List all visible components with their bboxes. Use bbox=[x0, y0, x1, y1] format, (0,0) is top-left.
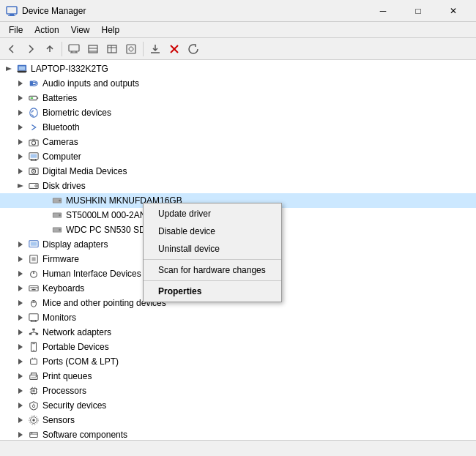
svg-point-36 bbox=[33, 171, 34, 172]
tree-item-batteries[interactable]: Batteries bbox=[0, 91, 476, 105]
svg-rect-67 bbox=[31, 289, 35, 290]
tree-item-network[interactable]: Network adapters bbox=[0, 325, 476, 340]
menu-view[interactable]: View bbox=[65, 23, 96, 37]
tree-item-bluetooth[interactable]: Bluetooth bbox=[0, 120, 476, 135]
toolbar-uninstall[interactable] bbox=[166, 40, 183, 58]
expand-keyboards[interactable] bbox=[15, 283, 26, 294]
svg-rect-65 bbox=[34, 287, 36, 288]
svg-marker-37 bbox=[18, 184, 23, 188]
expand-laptop[interactable] bbox=[3, 63, 15, 75]
security-icon bbox=[28, 400, 40, 411]
firmware-icon bbox=[28, 253, 40, 265]
expand-hid[interactable] bbox=[15, 268, 26, 280]
svg-point-40 bbox=[36, 185, 37, 186]
expand-cameras[interactable] bbox=[15, 136, 26, 148]
expand-firmware[interactable] bbox=[15, 253, 26, 265]
toolbar bbox=[0, 38, 476, 60]
tree-item-biometric[interactable]: Biometric devices bbox=[0, 105, 476, 120]
svg-rect-10 bbox=[127, 45, 135, 53]
context-menu-update-driver[interactable]: Update driver bbox=[144, 205, 281, 223]
tree-item-ports[interactable]: Ports (COM & LPT) bbox=[0, 354, 476, 369]
toolbar-scan[interactable] bbox=[185, 40, 202, 58]
tree-item-print[interactable]: Print queues bbox=[0, 369, 476, 384]
expand-display[interactable] bbox=[15, 239, 26, 250]
svg-point-29 bbox=[31, 141, 35, 145]
svg-rect-91 bbox=[31, 377, 37, 378]
device-tree[interactable]: LAPTOP-I332K2TG Audio inputs and outputs… bbox=[0, 60, 476, 440]
toolbar-show-resources[interactable] bbox=[103, 40, 121, 58]
svg-rect-64 bbox=[32, 287, 34, 288]
software-components-icon bbox=[28, 429, 40, 440]
computer-icon bbox=[28, 151, 40, 162]
context-menu-uninstall[interactable]: Uninstall device bbox=[144, 240, 281, 258]
hid-icon bbox=[28, 268, 40, 280]
menu-action[interactable]: Action bbox=[29, 23, 64, 37]
expand-print[interactable] bbox=[15, 370, 26, 382]
toolbar-show-hidden[interactable] bbox=[122, 40, 140, 58]
close-button[interactable]: ✕ bbox=[436, 0, 470, 22]
tree-item-software-components[interactable]: Software components bbox=[0, 427, 476, 440]
context-menu-disable[interactable]: Disable device bbox=[144, 223, 281, 240]
tree-label-sensors: Sensors bbox=[42, 415, 75, 425]
svg-marker-68 bbox=[18, 300, 23, 306]
toolbar-separator-1 bbox=[62, 42, 62, 56]
app-icon bbox=[6, 5, 18, 17]
tree-item-portable[interactable]: Portable Devices bbox=[0, 340, 476, 354]
tree-item-laptop[interactable]: LAPTOP-I332K2TG bbox=[0, 61, 476, 76]
expand-security[interactable] bbox=[15, 400, 26, 411]
toolbar-forward[interactable] bbox=[22, 40, 40, 58]
tree-item-computer[interactable]: Computer bbox=[0, 149, 476, 164]
expand-sensors[interactable] bbox=[15, 414, 26, 426]
svg-rect-114 bbox=[31, 433, 33, 433]
minimize-button[interactable]: ─ bbox=[366, 0, 400, 22]
context-menu-properties[interactable]: Properties bbox=[144, 283, 281, 300]
toolbar-update-driver[interactable] bbox=[146, 40, 164, 58]
expand-audio[interactable] bbox=[15, 78, 26, 89]
expand-disk-drives[interactable] bbox=[15, 180, 26, 192]
expand-software-components[interactable] bbox=[15, 429, 26, 440]
expand-computer[interactable] bbox=[15, 151, 26, 162]
expand-monitors[interactable] bbox=[15, 312, 26, 324]
tree-item-processors[interactable]: Processors bbox=[0, 384, 476, 398]
display-icon bbox=[28, 239, 40, 250]
menu-file[interactable]: File bbox=[3, 23, 29, 37]
expand-portable[interactable] bbox=[15, 341, 26, 353]
context-menu-separator-2 bbox=[144, 280, 281, 281]
tree-item-sensors[interactable]: Sensors bbox=[0, 413, 476, 427]
toolbar-back[interactable] bbox=[3, 40, 21, 58]
tree-item-disk-drives[interactable]: Disk drives bbox=[0, 179, 476, 193]
expand-bluetooth[interactable] bbox=[15, 122, 26, 133]
svg-rect-75 bbox=[32, 329, 35, 331]
svg-point-47 bbox=[59, 214, 61, 217]
expand-digital-media[interactable] bbox=[15, 165, 26, 177]
tree-label-keyboards: Keyboards bbox=[42, 283, 84, 294]
tree-label-portable: Portable Devices bbox=[42, 342, 109, 352]
maximize-button[interactable]: □ bbox=[401, 0, 435, 22]
disk-drives-icon bbox=[28, 180, 40, 192]
biometric-icon bbox=[28, 107, 40, 119]
expand-network[interactable] bbox=[15, 326, 26, 338]
expand-mice[interactable] bbox=[15, 297, 26, 309]
tree-item-cameras[interactable]: Cameras bbox=[0, 135, 476, 149]
network-icon bbox=[28, 326, 40, 338]
toolbar-up[interactable] bbox=[41, 40, 59, 58]
menu-help[interactable]: Help bbox=[96, 23, 126, 37]
context-menu-scan[interactable]: Scan for hardware changes bbox=[144, 261, 281, 279]
menu-bar: File Action View Help bbox=[0, 22, 476, 38]
portable-icon bbox=[28, 341, 40, 353]
tree-item-audio[interactable]: Audio inputs and outputs bbox=[0, 76, 476, 91]
tree-item-security[interactable]: Security devices bbox=[0, 398, 476, 413]
expand-batteries[interactable] bbox=[15, 92, 26, 104]
expand-processors[interactable] bbox=[15, 385, 26, 397]
svg-line-79 bbox=[31, 332, 34, 333]
expand-biometric[interactable] bbox=[15, 107, 26, 119]
expand-mushkin bbox=[38, 195, 50, 206]
toolbar-show-computer[interactable] bbox=[65, 40, 83, 58]
tree-item-digital-media[interactable]: Digital Media Devices bbox=[0, 164, 476, 179]
expand-ports[interactable] bbox=[15, 356, 26, 367]
mushkin-icon bbox=[51, 195, 63, 206]
svg-rect-112 bbox=[30, 433, 38, 438]
tree-item-monitors[interactable]: Monitors bbox=[0, 310, 476, 325]
toolbar-show-devices[interactable] bbox=[84, 40, 102, 58]
svg-marker-93 bbox=[18, 388, 23, 394]
